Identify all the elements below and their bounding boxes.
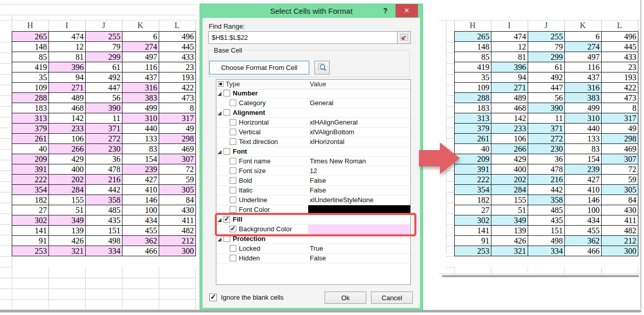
result-cell-H5[interactable]: 35 (455, 72, 491, 83)
result-cell-J13[interactable]: 36 (528, 154, 565, 164)
source-cell-I17[interactable]: 155 (49, 195, 86, 205)
source-column-header-K[interactable]: K (122, 20, 159, 31)
protection-checkbox[interactable] (224, 235, 230, 242)
source-cell-L2[interactable]: 445 (159, 42, 196, 52)
result-cell-J3[interactable]: 299 (528, 52, 565, 62)
result-cell-L20[interactable]: 482 (602, 226, 638, 236)
source-cell-I7[interactable]: 489 (49, 93, 86, 103)
alignment-checkbox[interactable] (224, 109, 230, 116)
result-cell-H3[interactable]: 85 (455, 52, 491, 62)
result-cell-K15[interactable]: 427 (565, 175, 602, 185)
result-column-header-H[interactable]: H (454, 20, 491, 31)
ok-button[interactable]: Ok (325, 292, 366, 304)
source-cell-J20[interactable]: 151 (86, 226, 122, 236)
expander-icon[interactable] (217, 92, 221, 96)
result-cell-I14[interactable]: 400 (491, 164, 528, 175)
result-cell-I20[interactable]: 139 (491, 226, 528, 236)
result-cell-L12[interactable]: 469 (602, 144, 638, 154)
number-checkbox[interactable] (224, 90, 230, 96)
result-cell-I5[interactable]: 94 (491, 72, 528, 83)
result-cell-I16[interactable]: 284 (491, 185, 528, 195)
source-cell-K2[interactable]: 274 (122, 42, 159, 52)
source-column-header-H[interactable]: H (12, 20, 48, 31)
expander-icon[interactable] (217, 218, 221, 222)
source-cell-J8[interactable]: 390 (86, 103, 122, 113)
result-cell-H8[interactable]: 183 (455, 103, 491, 113)
source-cell-I9[interactable]: 142 (49, 113, 86, 124)
source-cell-L4[interactable]: 23 (159, 62, 196, 72)
source-cell-I12[interactable]: 266 (49, 144, 86, 154)
source-cell-J22[interactable]: 334 (86, 246, 122, 256)
result-cell-K21[interactable]: 362 (565, 236, 602, 246)
result-cell-L13[interactable]: 307 (602, 154, 638, 164)
result-cell-L11[interactable]: 298 (602, 134, 638, 144)
result-cell-K2[interactable]: 274 (565, 42, 602, 52)
tree-row-font-name[interactable]: Font nameTimes New Roman (216, 157, 410, 166)
tree-row-locked[interactable]: LockedTrue (216, 244, 410, 254)
result-cell-K16[interactable]: 410 (565, 185, 602, 195)
source-cell-K15[interactable]: 427 (122, 175, 159, 185)
source-cell-K13[interactable]: 154 (122, 154, 159, 164)
source-cell-K21[interactable]: 362 (122, 236, 159, 246)
tree-row-protection[interactable]: Protection (216, 234, 410, 244)
source-cell-H8[interactable]: 183 (12, 103, 49, 113)
source-cell-L14[interactable]: 72 (159, 164, 196, 175)
preview-format-button[interactable] (314, 61, 330, 75)
result-cell-K18[interactable]: 100 (565, 205, 602, 215)
source-cell-H1[interactable]: 265 (12, 32, 49, 42)
help-button[interactable]: ? (380, 4, 391, 17)
font-checkbox[interactable] (224, 148, 230, 155)
result-cell-L1[interactable]: 496 (602, 32, 638, 42)
result-cell-J18[interactable]: 485 (528, 205, 565, 215)
source-cell-J9[interactable]: 11 (86, 113, 122, 124)
result-cell-K11[interactable]: 133 (565, 134, 602, 144)
source-cell-J5[interactable]: 492 (86, 72, 122, 83)
tree-row-alignment[interactable]: Alignment (216, 108, 410, 118)
font-size-checkbox[interactable] (230, 167, 236, 174)
result-cell-L21[interactable]: 212 (602, 236, 638, 246)
tree-row-bold[interactable]: BoldFalse (216, 176, 410, 186)
source-cell-J12[interactable]: 230 (86, 144, 122, 154)
source-cell-L5[interactable]: 193 (159, 72, 196, 83)
result-cell-J22[interactable]: 334 (528, 246, 565, 256)
source-cell-I3[interactable]: 81 (49, 52, 86, 62)
source-cell-K17[interactable]: 146 (122, 195, 159, 205)
background-color-checkbox[interactable] (230, 226, 236, 232)
result-cell-I18[interactable]: 51 (491, 205, 528, 215)
source-cell-K22[interactable]: 466 (122, 246, 159, 256)
tree-row-fill[interactable]: Fill (216, 215, 410, 225)
result-cell-I21[interactable]: 426 (491, 236, 528, 246)
source-cell-I4[interactable]: 396 (49, 62, 86, 72)
source-cell-H14[interactable]: 391 (12, 164, 49, 175)
source-cell-I16[interactable]: 284 (49, 185, 86, 195)
result-cell-I7[interactable]: 489 (491, 93, 528, 103)
source-cell-K3[interactable]: 497 (122, 52, 159, 62)
bold-checkbox[interactable] (230, 177, 236, 184)
result-cell-H7[interactable]: 288 (455, 93, 491, 103)
result-cell-K6[interactable]: 316 (565, 83, 602, 93)
result-cell-K20[interactable]: 455 (565, 226, 602, 236)
result-cell-H22[interactable]: 253 (455, 246, 491, 256)
source-cell-H5[interactable]: 35 (12, 72, 49, 83)
source-cell-H15[interactable]: 222 (12, 175, 49, 185)
source-cell-I13[interactable]: 429 (49, 154, 86, 164)
source-cell-H12[interactable]: 40 (12, 144, 49, 154)
vertical-checkbox[interactable] (230, 129, 236, 135)
source-cell-K11[interactable]: 133 (122, 134, 159, 144)
source-cell-I18[interactable]: 51 (49, 205, 86, 215)
result-cell-K4[interactable]: 116 (565, 62, 602, 72)
result-cell-K13[interactable]: 154 (565, 154, 602, 164)
result-cell-H20[interactable]: 141 (455, 226, 491, 236)
result-cell-H16[interactable]: 354 (455, 185, 491, 195)
result-cell-J7[interactable]: 56 (528, 93, 565, 103)
source-cell-L15[interactable]: 59 (159, 175, 196, 185)
choose-format-from-cell-button[interactable]: Choose Format From Cell (209, 61, 309, 75)
result-cell-K3[interactable]: 497 (565, 52, 602, 62)
source-cell-H10[interactable]: 379 (12, 124, 49, 134)
result-column-header-K[interactable]: K (564, 20, 601, 31)
result-cell-L22[interactable]: 300 (602, 246, 638, 256)
source-cell-H3[interactable]: 85 (12, 52, 49, 62)
result-cell-L16[interactable]: 305 (602, 185, 638, 195)
source-cell-I8[interactable]: 468 (49, 103, 86, 113)
source-cell-K1[interactable]: 6 (122, 32, 159, 42)
